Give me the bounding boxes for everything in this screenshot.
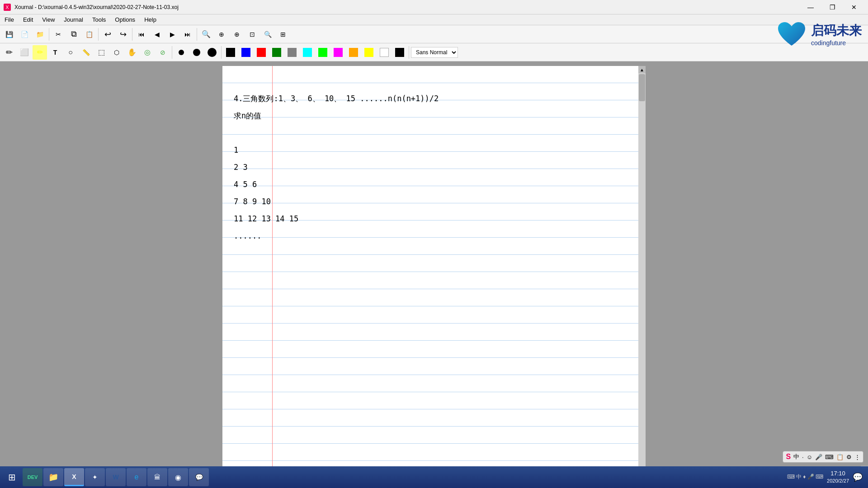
shape-tool[interactable]: ○ [63,45,78,60]
dot-small[interactable] [174,45,189,60]
scroll-up-button[interactable]: ▲ [638,66,646,73]
ime-chinese[interactable]: 中 [793,453,799,461]
cut-button[interactable]: ✂ [51,27,66,42]
ime-mic[interactable]: 🎤 [815,454,822,460]
dot-medium[interactable] [189,45,204,60]
ruler-tool[interactable]: 📏 [79,45,93,60]
color-white[interactable] [377,45,392,60]
scrollbar-thumb[interactable] [639,74,645,101]
ime-clipboard[interactable]: 📋 [836,454,844,460]
menu-tools[interactable]: Tools [88,14,110,25]
taskbar-ie[interactable]: e [127,468,146,486]
content-empty-5 [231,279,629,296]
color-green[interactable] [269,45,284,60]
eraser-tool[interactable]: ⬜ [17,45,32,60]
color-magenta[interactable] [331,45,345,60]
ime-grid[interactable]: ⋮ [854,454,860,460]
paste-button[interactable]: 📋 [82,27,96,42]
taskbar-word[interactable]: W [106,468,126,486]
taskbar-app7[interactable]: 🏛 [147,468,167,486]
color-blue-swatch [241,48,250,57]
color-gray-swatch [288,48,297,57]
titlebar: X Xournal - D:\xournal-0.4.5-win32\xourn… [0,0,868,14]
ime-s-icon: S [786,453,791,461]
taskbar-app4[interactable]: ✦ [85,468,105,486]
last-page-button[interactable]: ⏭ [180,27,195,42]
separator-4 [197,28,197,41]
paper[interactable]: 4.三角数列:1、3、 6、 10、 15 ......n(n(n+1))/2 … [222,66,638,474]
undo-button[interactable]: ↩ [100,27,115,42]
pencil-tool[interactable]: ✏ [2,45,16,60]
color-lime[interactable] [316,45,330,60]
redo-button[interactable]: ↪ [116,27,130,42]
notification-button[interactable]: 💬 [853,472,863,482]
color-cyan[interactable] [300,45,315,60]
circle-tool[interactable]: ◎ [140,45,155,60]
color-black2[interactable] [392,45,407,60]
menu-edit[interactable]: Edit [19,14,38,25]
ime-dot[interactable]: · [802,454,804,460]
copy-button[interactable]: ⧉ [66,27,81,42]
menu-view[interactable]: View [38,14,59,25]
select-lasso-tool[interactable]: ⬡ [109,45,124,60]
select-rect-tool[interactable]: ⬚ [94,45,108,60]
taskbar-wechat[interactable]: 💬 [189,468,209,486]
ime-keyboard[interactable]: ⌨ [825,454,834,460]
hand-tool[interactable]: ✋ [125,45,139,60]
paper-container[interactable]: 4.三角数列:1、3、 6、 10、 15 ......n(n(n+1))/2 … [0,61,868,474]
color-black[interactable] [223,45,238,60]
color-blue[interactable] [239,45,253,60]
taskbar-chrome[interactable]: ◉ [168,468,188,486]
separator-2 [98,28,99,41]
color-gray[interactable] [285,45,299,60]
save-button[interactable]: 💾 [2,27,16,42]
text-tool[interactable]: T [48,45,62,60]
clock-date: 2020/2/27 [827,478,849,484]
separator-3 [132,28,132,41]
content-line-row4: 7 8 9 10 [231,193,629,210]
zoom-custom-button[interactable]: 🔍 [260,27,275,42]
taskbar-file-explorer[interactable]: 📁 [43,468,63,486]
logo-main-text: 启码未来 [811,22,862,39]
menu-file[interactable]: File [0,14,19,25]
first-page-button[interactable]: ⏮ [134,27,149,42]
window-title: Xournal - D:\xournal-0.4.5-win32\xournal… [14,4,179,10]
color-orange[interactable] [346,45,361,60]
new-button[interactable]: 📄 [17,27,32,42]
next-page-button[interactable]: ▶ [165,27,179,42]
highlighter-tool[interactable]: ✏ [33,45,47,60]
taskbar-xournal[interactable]: X [64,468,84,486]
maximize-button[interactable]: ❐ [822,0,843,14]
minimize-button[interactable]: — [800,0,821,14]
content-line-empty1 [231,73,629,90]
fit-page-button[interactable]: ⊞ [276,27,290,42]
menu-options[interactable]: Options [110,14,140,25]
zoom-fit-button[interactable]: ⊡ [245,27,259,42]
dot-large[interactable] [205,45,219,60]
color-yellow[interactable] [362,45,376,60]
ime-settings[interactable]: ⚙ [846,454,852,460]
open-button[interactable]: 📁 [33,27,47,42]
prev-page-button[interactable]: ◀ [150,27,164,42]
menu-help[interactable]: Help [140,14,161,25]
erase-all-tool[interactable]: ⊘ [156,45,170,60]
scrollbar-vertical[interactable]: ▲ ▼ [638,66,646,474]
content-line-row1: 1 [231,141,629,159]
zoom-100-button[interactable]: ⊕ [214,27,229,42]
ellipsis-text: ...... [234,231,261,240]
color-red[interactable] [254,45,269,60]
taskbar-dev-tools[interactable]: DEV [23,468,42,486]
content-empty-7 [231,313,629,330]
dot-large-icon [208,48,217,57]
zoom-in-button[interactable]: ⊕ [230,27,244,42]
color-white-swatch [380,48,389,57]
separator-colors [409,46,409,59]
close-button[interactable]: ✕ [844,0,864,14]
start-button[interactable]: ⊞ [2,468,22,486]
ime-emoji[interactable]: ☺ [807,454,812,460]
menu-journal[interactable]: Journal [59,14,88,25]
content-empty-3 [231,244,629,262]
font-selector[interactable]: Sans Normal Sans Bold Serif Normal [411,47,458,58]
color-red-swatch [257,48,266,57]
zoom-out-button[interactable]: 🔍 [199,27,213,42]
